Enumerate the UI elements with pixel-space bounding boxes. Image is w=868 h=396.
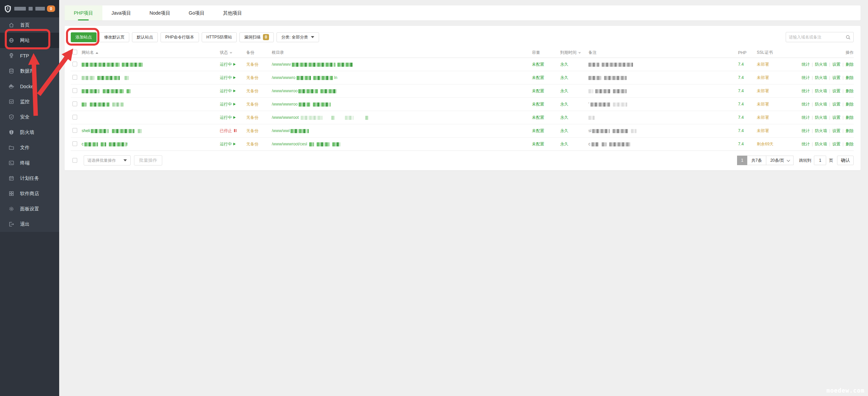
search-input[interactable] [789, 35, 846, 39]
site-name-link[interactable] [82, 102, 220, 107]
settings-link[interactable]: 设置 [832, 102, 840, 107]
jump-page-input[interactable] [814, 156, 826, 165]
capacity-link[interactable]: 未配置 [532, 75, 560, 81]
ssl-link[interactable]: 未部署 [757, 128, 797, 134]
expire-link[interactable]: 永久 [560, 101, 588, 107]
page-size-select[interactable]: 20条/页 [766, 156, 794, 165]
expire-link[interactable]: 永久 [560, 62, 588, 67]
site-name-link[interactable]: sheli [82, 128, 220, 133]
backup-link[interactable]: 无备份 [246, 62, 272, 67]
ssl-link[interactable]: 未部署 [757, 62, 797, 67]
sidebar-item-appstore[interactable]: 软件商店 [0, 186, 59, 201]
capacity-link[interactable]: 未配置 [532, 141, 560, 147]
sidebar-item-database[interactable]: 数据库 [0, 63, 59, 79]
tab-other[interactable]: 其他项目 [214, 5, 251, 20]
delete-link[interactable]: 删除 [846, 142, 854, 146]
root-dir-link[interactable]: /www/wwwroot/cesl [272, 142, 532, 146]
php-cli-version-button[interactable]: PHP命令行版本 [161, 32, 199, 42]
header-expire[interactable]: 到期时间 [560, 50, 588, 56]
php-version-link[interactable]: 7.4 [738, 102, 757, 107]
expire-link[interactable]: 永久 [560, 75, 588, 81]
sidebar-item-website[interactable]: 网站 [0, 33, 59, 48]
site-name-link[interactable] [82, 62, 220, 67]
php-version-link[interactable]: 7.4 [738, 62, 757, 67]
firewall-link[interactable]: 防火墙 [815, 142, 827, 146]
vuln-scan-button[interactable]: 漏洞扫描 0 [239, 32, 274, 42]
stats-link[interactable]: 统计 [802, 102, 810, 107]
root-dir-link[interactable]: /www/wwwroln [272, 75, 532, 80]
backup-link[interactable]: 无备份 [246, 75, 272, 81]
firewall-link[interactable]: 防火墙 [815, 62, 827, 67]
header-status[interactable]: 状态 [220, 50, 246, 56]
expire-link[interactable]: 永久 [560, 115, 588, 121]
tab-java[interactable]: Java项目 [102, 5, 140, 20]
confirm-button[interactable]: 确认 [837, 156, 854, 165]
settings-link[interactable]: 设置 [832, 89, 840, 93]
capacity-link[interactable]: 未配置 [532, 101, 560, 107]
settings-link[interactable]: 设置 [832, 62, 840, 67]
sidebar-item-docker[interactable]: Docker [0, 79, 59, 94]
select-all-checkbox[interactable] [72, 158, 77, 163]
root-dir-link[interactable]: /www/wwwroo [272, 102, 532, 107]
site-name-link[interactable]: ct [82, 142, 220, 146]
select-all-checkbox[interactable] [72, 50, 77, 54]
stats-link[interactable]: 统计 [802, 128, 810, 133]
stats-link[interactable]: 统计 [802, 89, 810, 93]
sidebar-item-files[interactable]: 文件 [0, 140, 59, 155]
stats-link[interactable]: 统计 [802, 62, 810, 67]
backup-link[interactable]: 无备份 [246, 101, 272, 107]
sidebar-item-terminal[interactable]: 终端 [0, 155, 59, 171]
sidebar-item-ftp[interactable]: FTP [0, 48, 59, 63]
note-cell[interactable]: ' [588, 102, 738, 107]
row-checkbox[interactable] [72, 88, 77, 93]
sidebar-item-home[interactable]: 首页 [0, 17, 59, 33]
php-version-link[interactable]: 7.4 [738, 75, 757, 80]
stats-link[interactable]: 统计 [802, 75, 810, 80]
capacity-link[interactable]: 未配置 [532, 62, 560, 67]
firewall-link[interactable]: 防火墙 [815, 115, 827, 120]
add-site-button[interactable]: 添加站点 [71, 32, 97, 42]
ssl-link[interactable]: 未部署 [757, 115, 797, 121]
ssl-link[interactable]: 未部署 [757, 88, 797, 94]
root-dir-link[interactable]: /www/wwv [272, 62, 532, 67]
backup-link[interactable]: 无备份 [246, 128, 272, 134]
current-page-button[interactable]: 1 [737, 156, 747, 165]
backup-link[interactable]: 无备份 [246, 115, 272, 121]
stats-link[interactable]: 统计 [802, 115, 810, 120]
firewall-link[interactable]: 防火墙 [815, 89, 827, 93]
site-name-link[interactable] [82, 75, 220, 80]
row-checkbox[interactable] [72, 115, 77, 120]
firewall-link[interactable]: 防火墙 [815, 128, 827, 133]
delete-link[interactable]: 删除 [846, 115, 854, 120]
sidebar-item-cron[interactable]: 计划任务 [0, 171, 59, 186]
row-checkbox[interactable] [72, 141, 77, 146]
delete-link[interactable]: 删除 [846, 128, 854, 133]
stats-link[interactable]: 统计 [802, 142, 810, 146]
sidebar-item-settings[interactable]: 面板设置 [0, 201, 59, 217]
expire-link[interactable]: 永久 [560, 128, 588, 134]
root-dir-link[interactable]: /www/wwl [272, 128, 532, 133]
https-guard-button[interactable]: HTTPS防窜站 [202, 32, 237, 42]
note-cell[interactable] [588, 62, 738, 67]
php-version-link[interactable]: 7.4 [738, 89, 757, 93]
site-name-link[interactable] [82, 89, 220, 93]
note-cell[interactable] [588, 89, 738, 93]
root-dir-link[interactable]: /www/wwwroot [272, 115, 532, 120]
sidebar-item-logout[interactable]: 退出 [0, 217, 59, 232]
sidebar-item-firewall[interactable]: 防火墙 [0, 125, 59, 140]
row-checkbox[interactable] [72, 62, 77, 66]
ssl-link[interactable]: 未部署 [757, 101, 797, 107]
settings-link[interactable]: 设置 [832, 115, 840, 120]
expire-link[interactable]: 永久 [560, 141, 588, 147]
delete-link[interactable]: 删除 [846, 75, 854, 80]
modify-default-page-button[interactable]: 修改默认页 [99, 32, 129, 42]
backup-link[interactable]: 无备份 [246, 88, 272, 94]
delete-link[interactable]: 删除 [846, 102, 854, 107]
row-checkbox[interactable] [72, 101, 77, 106]
tab-node[interactable]: Node项目 [140, 5, 179, 20]
root-dir-link[interactable]: /www/wwwroo [272, 89, 532, 93]
php-version-link[interactable]: 7.4 [738, 142, 757, 146]
settings-link[interactable]: 设置 [832, 142, 840, 146]
ssl-link[interactable]: 剩余69天 [757, 141, 797, 147]
row-checkbox[interactable] [72, 75, 77, 80]
